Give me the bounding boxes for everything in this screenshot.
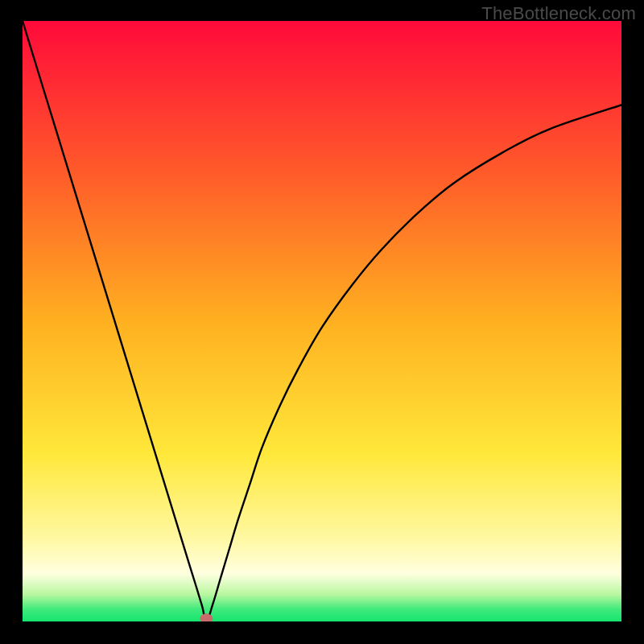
gradient-background bbox=[23, 21, 621, 621]
chart-frame: TheBottleneck.com bbox=[0, 0, 644, 644]
plot-area bbox=[23, 21, 621, 621]
attribution-text: TheBottleneck.com bbox=[481, 3, 636, 24]
chart-svg bbox=[23, 21, 621, 621]
